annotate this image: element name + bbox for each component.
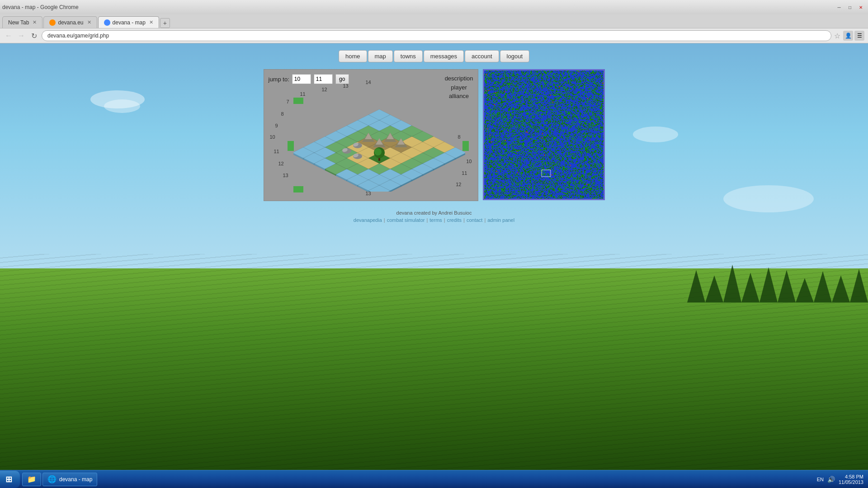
- coord-9-left: 9: [275, 123, 278, 128]
- back-button[interactable]: ←: [4, 31, 14, 41]
- isometric-map[interactable]: [293, 101, 465, 192]
- menu-icon[interactable]: ☰: [854, 31, 864, 41]
- jump-y-input[interactable]: [314, 74, 333, 84]
- coord-8-left: 8: [281, 111, 284, 117]
- windows-logo: ⊞: [5, 474, 12, 484]
- favicon-devana-eu: [49, 19, 56, 26]
- tab-devana-map[interactable]: devana - map ✕: [98, 16, 159, 28]
- coord-13-top: 13: [343, 83, 349, 89]
- game-area: jump to: go description player alliance …: [264, 69, 605, 201]
- taskbar-lang: EN: [817, 477, 824, 482]
- close-button[interactable]: ✕: [856, 2, 866, 12]
- tab-devana-eu[interactable]: devana.eu ✕: [43, 16, 97, 28]
- taskbar-tasks: 📁 🌐 devana - map: [20, 473, 812, 486]
- coord-12-left: 12: [278, 161, 284, 166]
- nav-logout[interactable]: logout: [500, 50, 529, 62]
- coord-11-top: 11: [300, 91, 306, 97]
- date-display: 11/05/2013: [839, 479, 863, 485]
- taskbar-chrome-label: devana - map: [59, 476, 92, 483]
- iso-grid-wrapper: 7 8 9 10 11 12 13 11 12 13 14 8 9 10 11 …: [269, 88, 474, 196]
- bookmark-star-icon[interactable]: ☆: [834, 32, 840, 40]
- coord-10-left: 10: [270, 134, 275, 140]
- address-bar-row: ← → ↻ ☆ 👤 ☰: [0, 28, 868, 43]
- folder-icon: 📁: [27, 475, 36, 483]
- nav-home[interactable]: home: [339, 50, 367, 62]
- taskbar-right: EN 🔊 4:58 PM 11/05/2013: [812, 474, 868, 485]
- browser-chrome: devana - map - Google Chrome ─ □ ✕ New T…: [0, 0, 868, 43]
- start-button[interactable]: ⊞: [0, 471, 20, 488]
- page-footer: devana created by Andrei Busuioc devanap…: [354, 210, 514, 223]
- coord-12-top: 12: [322, 87, 327, 92]
- window-title: devana - map - Google Chrome: [2, 4, 79, 10]
- taskbar-time: 4:58 PM 11/05/2013: [839, 474, 863, 485]
- footer-credits[interactable]: credits: [447, 217, 462, 223]
- minimap-canvas[interactable]: [484, 70, 604, 199]
- map-panel: jump to: go description player alliance …: [264, 69, 478, 201]
- footer-devanapedia[interactable]: devanapedia: [354, 217, 382, 223]
- nav-messages[interactable]: messages: [424, 50, 464, 62]
- tab-close-icon[interactable]: ✕: [33, 19, 37, 25]
- coord-7-left: 7: [287, 99, 289, 104]
- title-bar: devana - map - Google Chrome ─ □ ✕: [0, 0, 868, 14]
- tabs-bar: New Tab ✕ devana.eu ✕ devana - map ✕ +: [0, 14, 868, 28]
- footer-admin-panel[interactable]: admin panel: [487, 217, 514, 223]
- coord-11-left: 11: [274, 149, 279, 154]
- footer-links: devanapedia | combat simulator | terms |…: [354, 217, 514, 223]
- navigation-bar: home map towns messages account logout: [339, 50, 529, 62]
- forward-button[interactable]: →: [16, 31, 26, 41]
- coord-10-right: 10: [466, 159, 472, 164]
- minimize-button[interactable]: ─: [834, 2, 844, 12]
- tab-close-icon[interactable]: ✕: [87, 19, 91, 25]
- maximize-button[interactable]: □: [845, 2, 855, 12]
- coord-14-top: 14: [366, 80, 371, 85]
- user-icon[interactable]: 👤: [843, 31, 853, 41]
- go-button[interactable]: go: [335, 74, 349, 84]
- tab-close-icon[interactable]: ✕: [149, 19, 153, 25]
- address-input[interactable]: [42, 30, 831, 41]
- reload-button[interactable]: ↻: [29, 31, 39, 41]
- nav-towns[interactable]: towns: [394, 50, 423, 62]
- page-content: home map towns messages account logout j…: [0, 43, 868, 230]
- taskbar-task-chrome[interactable]: 🌐 devana - map: [42, 473, 97, 486]
- new-tab-button[interactable]: +: [160, 18, 170, 28]
- minimap-panel[interactable]: [483, 69, 605, 200]
- footer-combat-simulator[interactable]: combat simulator: [387, 217, 425, 223]
- tab-label: devana - map: [113, 19, 146, 26]
- map-description-label: description: [445, 74, 473, 83]
- nav-map[interactable]: map: [368, 50, 393, 62]
- taskbar: ⊞ 📁 🌐 devana - map EN 🔊 4:58 PM 11/05/20…: [0, 470, 868, 488]
- nav-account[interactable]: account: [465, 50, 499, 62]
- tab-label: devana.eu: [58, 19, 83, 26]
- footer-terms[interactable]: terms: [429, 217, 442, 223]
- chrome-icon: 🌐: [47, 475, 57, 483]
- taskbar-task-folder[interactable]: 📁: [22, 473, 41, 486]
- jump-x-input[interactable]: [292, 74, 311, 84]
- volume-icon: 🔊: [827, 476, 835, 483]
- toolbar-icons: 👤 ☰: [843, 31, 864, 41]
- jump-label: jump to:: [269, 76, 289, 83]
- footer-credit: devana created by Andrei Busuioc: [354, 210, 514, 216]
- tab-label: New Tab: [8, 19, 29, 26]
- window-controls: ─ □ ✕: [834, 2, 866, 12]
- coord-13-left: 13: [283, 173, 288, 178]
- footer-contact[interactable]: contact: [467, 217, 482, 223]
- favicon-devana-map: [104, 19, 110, 26]
- time-display: 4:58 PM: [839, 474, 863, 479]
- arrow-left-button[interactable]: [288, 141, 294, 151]
- tab-new-tab[interactable]: New Tab ✕: [2, 16, 42, 28]
